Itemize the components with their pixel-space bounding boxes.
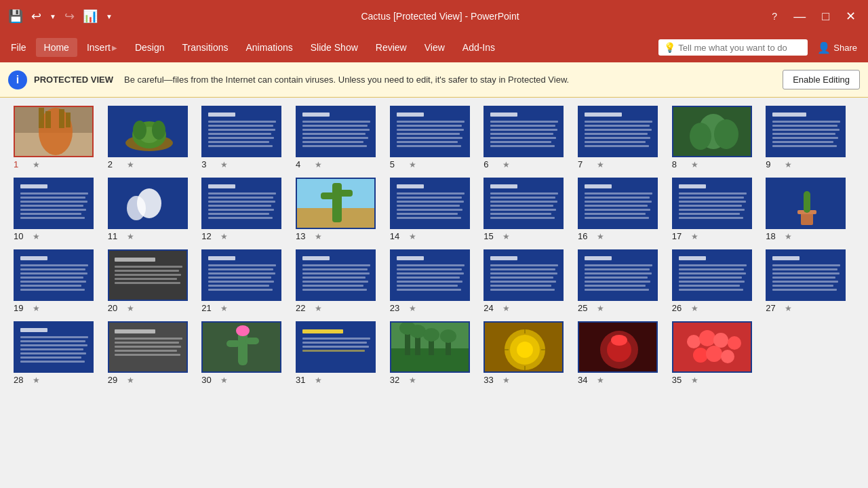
slide-item-11[interactable]: 11★: [108, 178, 197, 241]
slide-item-24[interactable]: 24★: [484, 249, 572, 313]
slide-item-3[interactable]: 3★: [201, 106, 290, 169]
slide-item-29[interactable]: 29★: [108, 321, 197, 385]
svg-rect-222: [20, 352, 86, 354]
svg-rect-197: [585, 289, 649, 291]
slide-item-13[interactable]: 13★: [296, 178, 384, 241]
slide-star-13[interactable]: ★: [315, 232, 322, 241]
save-icon[interactable]: 💾: [5, 7, 26, 25]
slide-star-22[interactable]: ★: [315, 304, 322, 313]
slide-meta-3: 3★: [201, 159, 228, 169]
menu-file[interactable]: File: [3, 38, 35, 57]
slide-item-16[interactable]: 16★: [578, 178, 667, 241]
slide-item-14[interactable]: 14★: [390, 178, 479, 241]
slide-star-4[interactable]: ★: [315, 160, 322, 169]
slide-item-21[interactable]: 21★: [201, 249, 290, 313]
slide-item-12[interactable]: 12★: [201, 178, 290, 241]
slide-star-14[interactable]: ★: [409, 232, 416, 241]
minimize-button[interactable]: —: [787, 9, 812, 24]
slide-item-10[interactable]: 10★: [14, 178, 102, 241]
close-button[interactable]: ✕: [839, 9, 863, 24]
slide-item-7[interactable]: 7★: [578, 106, 667, 169]
slide-item-30[interactable]: 30★: [201, 321, 290, 385]
slide-item-27[interactable]: 27★: [766, 249, 854, 313]
slide-star-34[interactable]: ★: [597, 375, 604, 385]
slide-item-34[interactable]: 34★: [578, 321, 667, 385]
slide-item-28[interactable]: 28★: [14, 321, 102, 385]
slide-star-23[interactable]: ★: [409, 304, 416, 313]
slide-star-5[interactable]: ★: [409, 160, 416, 169]
slide-star-31[interactable]: ★: [315, 375, 322, 385]
slide-star-16[interactable]: ★: [597, 232, 604, 241]
search-input[interactable]: [678, 43, 800, 53]
slide-star-1[interactable]: ★: [33, 160, 40, 169]
slide-item-20[interactable]: 20★: [108, 249, 197, 313]
slide-item-32[interactable]: 32★: [390, 321, 479, 385]
slide-item-25[interactable]: 25★: [578, 249, 667, 313]
slide-item-1[interactable]: 1★: [14, 106, 102, 169]
slide-item-9[interactable]: 9★: [766, 106, 854, 169]
slide-item-5[interactable]: 5★: [390, 106, 479, 169]
menu-addins[interactable]: Add-Ins: [454, 38, 503, 57]
slide-star-11[interactable]: ★: [127, 232, 134, 241]
slide-star-20[interactable]: ★: [127, 304, 134, 313]
slide-star-27[interactable]: ★: [785, 304, 792, 313]
protected-message: Be careful—files from the Internet can c…: [124, 75, 776, 85]
undo-icon[interactable]: ↩: [28, 7, 44, 25]
slide-thumb-9: [766, 106, 846, 157]
slide-item-35[interactable]: 35★: [672, 321, 761, 385]
menu-transitions[interactable]: Transitions: [174, 38, 237, 57]
slide-item-26[interactable]: 26★: [672, 249, 761, 313]
menu-animations[interactable]: Animations: [237, 38, 300, 57]
slide-star-35[interactable]: ★: [691, 375, 698, 385]
menu-slideshow[interactable]: Slide Show: [302, 38, 366, 57]
menu-review[interactable]: Review: [368, 38, 415, 57]
slide-item-4[interactable]: 4★: [296, 106, 384, 169]
slide-item-6[interactable]: 6★: [484, 106, 572, 169]
customize-icon[interactable]: ▼: [103, 12, 115, 22]
maximize-button[interactable]: □: [815, 9, 836, 24]
slide-star-30[interactable]: ★: [220, 375, 228, 385]
slide-star-18[interactable]: ★: [785, 232, 792, 241]
slide-item-33[interactable]: 33★: [484, 321, 572, 385]
slide-star-17[interactable]: ★: [691, 232, 698, 241]
slide-star-25[interactable]: ★: [597, 304, 604, 313]
slide-star-7[interactable]: ★: [597, 160, 604, 169]
slide-star-32[interactable]: ★: [409, 375, 416, 385]
slide-item-2[interactable]: 2★: [108, 106, 197, 169]
slide-star-8[interactable]: ★: [691, 160, 698, 169]
help-icon[interactable]: ?: [765, 9, 784, 24]
slide-star-10[interactable]: ★: [33, 232, 40, 241]
enable-editing-button[interactable]: Enable Editing: [783, 70, 860, 89]
slide-star-24[interactable]: ★: [502, 304, 510, 313]
slide-star-21[interactable]: ★: [220, 304, 228, 313]
menu-design[interactable]: Design: [127, 38, 173, 57]
share-button[interactable]: 👤 Share: [809, 37, 865, 58]
slide-star-33[interactable]: ★: [502, 375, 510, 385]
slide-star-19[interactable]: ★: [33, 304, 40, 313]
slide-star-29[interactable]: ★: [127, 375, 134, 385]
slide-star-9[interactable]: ★: [785, 160, 792, 169]
menu-view[interactable]: View: [416, 38, 453, 57]
search-box[interactable]: 💡: [658, 39, 808, 56]
menu-insert[interactable]: Insert ▶: [79, 38, 125, 57]
slide-star-6[interactable]: ★: [502, 160, 510, 169]
slide-star-2[interactable]: ★: [127, 160, 134, 169]
slide-item-23[interactable]: 23★: [390, 249, 479, 313]
redo-icon[interactable]: ↪: [62, 7, 77, 25]
slide-item-19[interactable]: 19★: [14, 249, 102, 313]
menu-home[interactable]: Home: [36, 38, 77, 57]
undo-dropdown-icon[interactable]: ▼: [47, 12, 59, 22]
slide-star-12[interactable]: ★: [220, 232, 228, 241]
slide-star-15[interactable]: ★: [502, 232, 510, 241]
slide-item-31[interactable]: 31★: [296, 321, 384, 385]
slide-star-26[interactable]: ★: [691, 304, 698, 313]
svg-rect-181: [490, 256, 517, 260]
slide-item-17[interactable]: 17★: [672, 178, 761, 241]
slide-star-3[interactable]: ★: [220, 160, 228, 169]
slide-star-28[interactable]: ★: [33, 375, 40, 385]
present-icon[interactable]: 📊: [80, 7, 100, 25]
slide-item-8[interactable]: 8★: [672, 106, 761, 169]
slide-item-15[interactable]: 15★: [484, 178, 572, 241]
slide-item-18[interactable]: 18★: [766, 178, 854, 241]
slide-item-22[interactable]: 22★: [296, 249, 384, 313]
